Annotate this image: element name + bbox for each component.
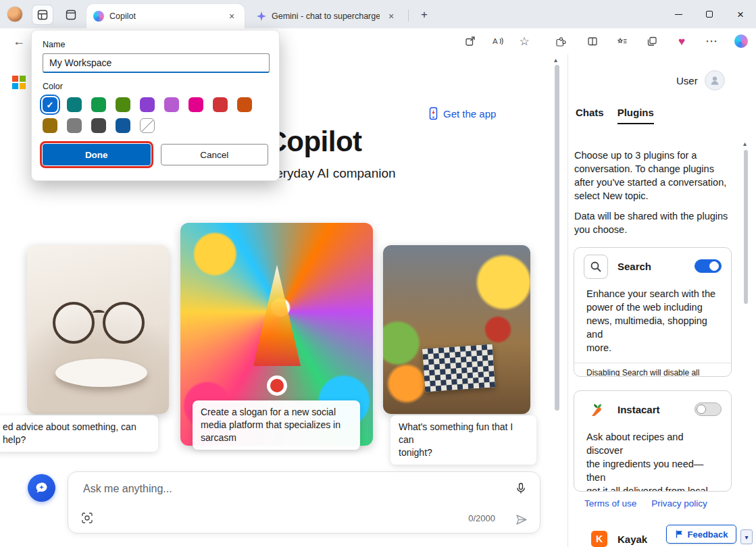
privacy-link[interactable]: Privacy policy: [651, 498, 707, 509]
color-swatch-teal[interactable]: [67, 97, 82, 112]
color-swatch-blue[interactable]: [43, 97, 57, 112]
chat-input-box: 0/2000: [68, 471, 540, 533]
search-plugin-iconbox: [584, 255, 608, 279]
new-topic-button[interactable]: [28, 474, 55, 502]
plugin-name: Search: [618, 261, 651, 272]
color-swatch-green[interactable]: [91, 97, 106, 112]
color-swatch-navy[interactable]: [116, 118, 130, 133]
favorite-star-button[interactable]: ☆: [513, 31, 535, 51]
microsoft-logo[interactable]: [12, 76, 26, 89]
get-app-label: Get the app: [443, 108, 496, 120]
heart-icon: ♥: [678, 36, 685, 47]
scroll-up-arrow[interactable]: ▴: [554, 57, 557, 63]
plugin-header: Instacart: [574, 391, 731, 429]
copilot-sidebar-button[interactable]: [730, 31, 752, 51]
search-toggle[interactable]: [695, 259, 722, 273]
profile-avatar[interactable]: [7, 6, 23, 22]
color-swatch-orchid[interactable]: [164, 97, 179, 112]
tab-gemini[interactable]: Gemini - chat to supercharge yo ×: [250, 6, 404, 26]
plugin-description: Ask about recipes and discover the ingre…: [574, 429, 731, 492]
color-swatch-magenta[interactable]: [188, 97, 203, 112]
browser-window: Copilot × Gemini - chat to supercharge y…: [0, 0, 756, 547]
glasses-case-graphic: [55, 359, 147, 387]
plugin-name: Kayak: [618, 533, 647, 545]
plugin-header: Search: [574, 248, 731, 286]
close-button[interactable]: ×: [725, 0, 756, 28]
tab-title: Copilot: [109, 11, 220, 21]
feedback-label: Feedback: [688, 529, 728, 540]
share-button[interactable]: [459, 31, 481, 51]
back-button[interactable]: ←: [8, 31, 30, 51]
read-aloud-button[interactable]: A: [486, 31, 508, 51]
tab-title: Gemini - chat to supercharge yo: [272, 11, 380, 21]
prompt-caption: What's something fun that I can tonight?: [390, 415, 536, 465]
minimize-button[interactable]: [663, 0, 694, 28]
extensions-button[interactable]: [549, 31, 571, 51]
done-button[interactable]: Done: [43, 144, 151, 165]
chat-text-input[interactable]: [83, 481, 461, 497]
color-swatch-darkgray[interactable]: [91, 118, 106, 133]
color-swatch-none[interactable]: [140, 118, 155, 133]
favorites-button[interactable]: [611, 31, 633, 51]
instacart-toggle[interactable]: [695, 402, 722, 416]
collections-icon: [647, 36, 657, 47]
workspace-name-input[interactable]: [43, 53, 270, 73]
color-swatch-gray[interactable]: [67, 118, 82, 133]
tab-chats[interactable]: Chats: [576, 107, 604, 124]
copilot-side-panel: User Chats Plugins Choose up to 3 plugin…: [568, 54, 756, 547]
tab-plugins[interactable]: Plugins: [618, 107, 654, 124]
workspaces-button[interactable]: [32, 5, 53, 24]
visual-search-button[interactable]: [78, 509, 97, 527]
send-button[interactable]: [511, 510, 530, 529]
browser-essentials-button[interactable]: ♥: [671, 31, 692, 51]
color-swatch-orange[interactable]: [237, 97, 252, 112]
tab-copilot[interactable]: Copilot ×: [86, 4, 245, 28]
popart-dot-graphic: [267, 375, 287, 396]
tab-divider: [408, 9, 409, 22]
glasses-graphic: [103, 302, 145, 344]
tab-close-icon[interactable]: ×: [226, 10, 238, 22]
char-counter: 0/2000: [468, 513, 495, 523]
toggle-knob: [697, 405, 706, 414]
new-tab-button[interactable]: +: [415, 6, 434, 24]
panel-scrollbar-thumb[interactable]: [744, 150, 748, 304]
prompt-card-glasses[interactable]: [27, 245, 169, 414]
ms-logo-red: [12, 76, 18, 82]
cancel-button[interactable]: Cancel: [161, 144, 269, 165]
settings-more-button[interactable]: ⋯: [701, 31, 722, 51]
split-screen-button[interactable]: [582, 31, 603, 51]
panel-tabs: Chats Plugins: [576, 107, 654, 124]
popup-buttons: Done Cancel: [43, 144, 268, 165]
glasses-graphic: [53, 302, 95, 344]
data-share-note: Data will be shared with the plugins you…: [574, 209, 730, 236]
color-swatch-olive[interactable]: [116, 97, 130, 112]
plugin-description: Enhance your search with the power of th…: [574, 286, 731, 363]
gemini-favicon: [257, 11, 266, 21]
microphone-button[interactable]: [511, 479, 530, 498]
maximize-button[interactable]: [694, 0, 725, 28]
collections-button[interactable]: [641, 31, 663, 51]
tab-close-icon[interactable]: ×: [385, 10, 397, 22]
user-account[interactable]: User: [676, 70, 725, 90]
color-swatch-row: [43, 118, 268, 133]
terms-link[interactable]: Terms of use: [584, 498, 636, 509]
glasses-graphic: [93, 310, 105, 315]
panel-scroll-down-arrow[interactable]: ▾: [740, 529, 753, 544]
name-label: Name: [43, 40, 268, 49]
tab-actions-button[interactable]: [61, 5, 81, 24]
get-the-app-link[interactable]: Get the app: [428, 107, 496, 120]
color-swatch-purple[interactable]: [140, 97, 155, 112]
feedback-button[interactable]: Feedback: [666, 525, 736, 544]
main-scrollbar-thumb[interactable]: [555, 65, 559, 411]
prompt-card-snacks[interactable]: [383, 245, 530, 414]
flag-icon: [675, 529, 684, 539]
plugins-intro-text: Choose up to 3 plugins for a conversatio…: [574, 149, 730, 203]
minimize-icon: [675, 14, 682, 15]
svg-text:A: A: [493, 37, 498, 45]
panel-scroll-up-arrow[interactable]: ▴: [743, 140, 747, 147]
color-swatch-red[interactable]: [213, 97, 228, 112]
color-swatch-bronze[interactable]: [43, 118, 57, 133]
tab-actions-icon: [66, 9, 76, 20]
ms-logo-yellow: [20, 83, 26, 89]
plugin-card-search: Search Enhance your search with the powe…: [574, 247, 732, 377]
